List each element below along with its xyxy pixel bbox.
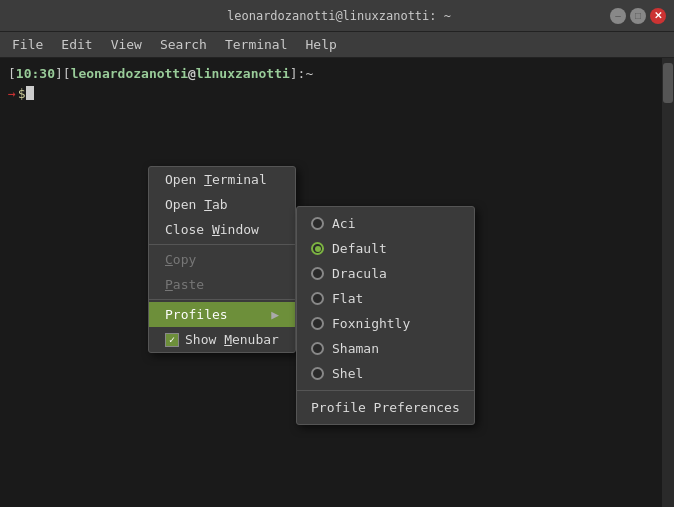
profile-shel[interactable]: Shel <box>297 361 474 386</box>
profile-separator <box>297 390 474 391</box>
bracket-open: [ <box>8 64 16 84</box>
ctx-open-terminal-label: Open Terminal <box>165 172 267 187</box>
menu-view[interactable]: View <box>103 35 150 54</box>
ctx-close-window[interactable]: Close Window <box>149 217 295 242</box>
title-bar-buttons: – □ ✕ <box>610 8 666 24</box>
profile-foxnightly-label: Foxnightly <box>332 316 410 331</box>
terminal-time: 10:30 <box>16 64 55 84</box>
maximize-button[interactable]: □ <box>630 8 646 24</box>
title-bar: leonardozanotti@linuxzanotti: ~ – □ ✕ <box>0 0 674 32</box>
ctx-paste: Paste <box>149 272 295 297</box>
prompt-line: [ 10:30 ][ leonardozanotti @ linuxzanott… <box>8 64 666 84</box>
profile-foxnightly[interactable]: Foxnightly <box>297 311 474 336</box>
ctx-profiles[interactable]: Profiles ▶ <box>149 302 295 327</box>
radio-default <box>311 242 324 255</box>
terminal-host: linuxzanotti <box>196 64 290 84</box>
prompt-line-2: → $ <box>8 84 666 104</box>
ctx-paste-label: Paste <box>165 277 204 292</box>
scrollbar[interactable] <box>662 58 674 507</box>
close-button[interactable]: ✕ <box>650 8 666 24</box>
profile-flat-label: Flat <box>332 291 363 306</box>
dollar-sign: $ <box>18 84 26 104</box>
profile-aci-label: Aci <box>332 216 355 231</box>
radio-aci <box>311 217 324 230</box>
cursor-block <box>26 86 34 100</box>
bracket-space: ][ <box>55 64 71 84</box>
profile-aci[interactable]: Aci <box>297 211 474 236</box>
ctx-show-menubar[interactable]: ✓ Show Menubar <box>149 327 295 352</box>
profile-shaman[interactable]: Shaman <box>297 336 474 361</box>
terminal-user: leonardozanotti <box>71 64 188 84</box>
menu-help[interactable]: Help <box>298 35 345 54</box>
radio-dracula <box>311 267 324 280</box>
terminal-path: :~ <box>298 64 314 84</box>
ctx-close-window-label: Close Window <box>165 222 259 237</box>
menu-file[interactable]: File <box>4 35 51 54</box>
profile-dracula[interactable]: Dracula <box>297 261 474 286</box>
profile-dracula-label: Dracula <box>332 266 387 281</box>
ctx-profiles-label: Profiles <box>165 307 228 322</box>
ctx-separator-2 <box>149 299 295 300</box>
profile-flat[interactable]: Flat <box>297 286 474 311</box>
profile-default-label: Default <box>332 241 387 256</box>
show-menubar-checkbox[interactable]: ✓ <box>165 333 179 347</box>
menu-bar: File Edit View Search Terminal Help <box>0 32 674 58</box>
bracket-close: ] <box>290 64 298 84</box>
profiles-arrow-right-icon: ▶ <box>271 307 279 322</box>
menu-edit[interactable]: Edit <box>53 35 100 54</box>
terminal-content: [ 10:30 ][ leonardozanotti @ linuxzanott… <box>0 58 674 109</box>
radio-flat <box>311 292 324 305</box>
ctx-separator-1 <box>149 244 295 245</box>
ctx-copy-label: Copy <box>165 252 196 267</box>
ctx-open-terminal[interactable]: Open Terminal <box>149 167 295 192</box>
ctx-copy: Copy <box>149 247 295 272</box>
scrollbar-thumb[interactable] <box>663 63 673 103</box>
radio-shel <box>311 367 324 380</box>
context-menu: Open Terminal Open Tab Close Window Copy… <box>148 166 296 353</box>
profile-default[interactable]: Default <box>297 236 474 261</box>
profile-shel-label: Shel <box>332 366 363 381</box>
ctx-open-tab[interactable]: Open Tab <box>149 192 295 217</box>
profile-shaman-label: Shaman <box>332 341 379 356</box>
menu-terminal[interactable]: Terminal <box>217 35 296 54</box>
terminal-at: @ <box>188 64 196 84</box>
menu-search[interactable]: Search <box>152 35 215 54</box>
profiles-submenu: Aci Default Dracula Flat Foxnightly Sham… <box>296 206 475 425</box>
arrow-indicator: → <box>8 84 16 104</box>
title-bar-title: leonardozanotti@linuxzanotti: ~ <box>68 9 610 23</box>
minimize-button[interactable]: – <box>610 8 626 24</box>
ctx-show-menubar-label: Show Menubar <box>185 332 279 347</box>
radio-foxnightly <box>311 317 324 330</box>
radio-shaman <box>311 342 324 355</box>
profile-preferences[interactable]: Profile Preferences <box>297 395 474 420</box>
terminal-area: [ 10:30 ][ leonardozanotti @ linuxzanott… <box>0 58 674 507</box>
ctx-open-tab-label: Open Tab <box>165 197 228 212</box>
